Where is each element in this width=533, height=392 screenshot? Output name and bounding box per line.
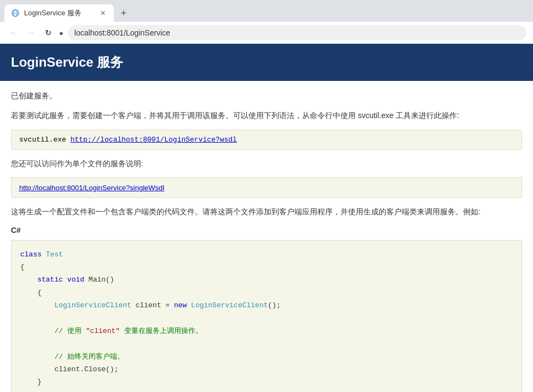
tab-favicon-icon — [11, 9, 20, 17]
code-line-1: class Test — [20, 248, 513, 261]
new-tab-button[interactable]: + — [116, 5, 131, 21]
code-line-5: LoginServiceClient client = new LoginSer… — [20, 299, 513, 312]
page-content: LoginService 服务 已创建服务。 若要测试此服务，需要创建一个客户端… — [0, 44, 533, 392]
language-label: C# — [11, 226, 522, 235]
forward-button[interactable]: → — [24, 26, 37, 39]
paragraph-3: 您还可以访问作为单个文件的服务说明: — [11, 157, 522, 169]
type-test: Test — [46, 250, 63, 259]
address-input[interactable] — [68, 25, 526, 40]
type-client-new: LoginServiceClient — [191, 301, 268, 309]
svcutil-text: svcutil.exe — [19, 136, 71, 144]
singlewsdl-link[interactable]: http://localhost:8001/LoginService?singl… — [19, 184, 164, 192]
code-block: class Test { static void Main() { LoginS… — [11, 240, 522, 392]
code-line-2: { — [20, 261, 513, 273]
code-line-6 — [20, 312, 513, 325]
code-line-7: // 使用 "client" 变量在服务上调用操作。 — [20, 325, 513, 337]
paragraph-4: 这将生成一个配置文件和一个包含客户端类的代码文件。请将这两个文件添加到客户端应用… — [11, 206, 522, 218]
keyword-void: void — [67, 276, 84, 284]
code-line-10: client.Close(); — [20, 363, 513, 376]
keyword-static: static — [37, 276, 63, 284]
page-header: LoginService 服务 — [0, 44, 533, 81]
reload-button[interactable]: ↻ — [42, 26, 55, 39]
keyword-class: class — [20, 250, 42, 259]
singlewsdl-link-box: http://localhost:8001/LoginService?singl… — [11, 177, 522, 198]
code-line-3: static void Main() — [20, 273, 513, 286]
page-body: 已创建服务。 若要测试此服务，需要创建一个客户端，并将其用于调用该服务。可以使用… — [0, 81, 533, 392]
type-client: LoginServiceClient — [54, 301, 131, 309]
tab-title: LoginService 服务 — [24, 8, 94, 18]
comment-close-client: // 始终关闭客户端。 — [54, 353, 124, 361]
comment-use-client: // 使用 "client" 变量在服务上调用操作。 — [54, 327, 202, 335]
tab-close-button[interactable]: ✕ — [99, 9, 107, 17]
svcutil-command-box: svcutil.exe http://localhost:8001/LoginS… — [11, 130, 522, 150]
wsdl-link[interactable]: http://localhost:8001/LoginService?wsdl — [71, 136, 237, 144]
paragraph-2: 若要测试此服务，需要创建一个客户端，并将其用于调用该服务。可以使用下列语法，从命… — [11, 109, 522, 121]
code-line-8 — [20, 337, 513, 350]
code-line-12: } — [20, 389, 513, 392]
code-line-9: // 始终关闭客户端。 — [20, 350, 513, 363]
page-title: LoginService 服务 — [11, 54, 522, 71]
paragraph-1: 已创建服务。 — [11, 90, 522, 102]
active-tab[interactable]: LoginService 服务 ✕ — [4, 4, 114, 22]
lock-icon: ● — [59, 29, 63, 37]
code-line-11: } — [20, 376, 513, 388]
back-button[interactable]: ← — [7, 26, 20, 39]
address-bar: ← → ↻ ● — [0, 22, 533, 44]
code-line-4: { — [20, 286, 513, 299]
tab-bar: LoginService 服务 ✕ + — [0, 0, 533, 22]
keyword-new: new — [174, 301, 187, 309]
browser-chrome: LoginService 服务 ✕ + ← → ↻ ● — [0, 0, 533, 44]
